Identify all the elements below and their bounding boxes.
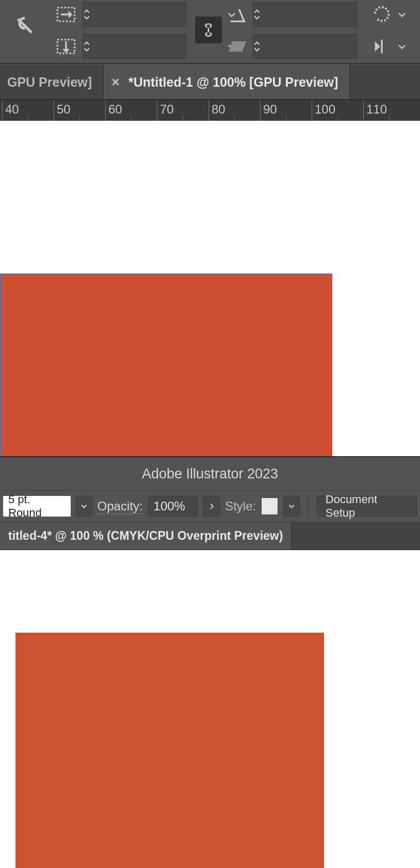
shear-stepper[interactable]: [253, 3, 261, 26]
close-tab-icon[interactable]: [111, 77, 120, 87]
width-input[interactable]: [83, 2, 187, 27]
divider: [308, 496, 309, 517]
skew-icon: [227, 36, 248, 57]
canvas-area-upper[interactable]: [0, 121, 420, 456]
opacity-popup-toggle[interactable]: [203, 496, 220, 517]
ruler-tick-label: 100: [315, 102, 335, 117]
brush-preset-dropdown[interactable]: [76, 496, 92, 517]
options-bar: 5 pt. Round Opacity: 100% Style: Documen…: [0, 490, 420, 522]
unlink-stroke-icon[interactable]: [14, 15, 35, 36]
app-title-bar: Adobe Illustrator 2023: [0, 456, 420, 490]
skew-stepper[interactable]: [253, 35, 261, 58]
tab-label: GPU Preview]: [7, 75, 92, 90]
artwork-rectangle[interactable]: [15, 633, 324, 868]
ruler-tick-label: 60: [108, 102, 122, 117]
tab-active-document-lower[interactable]: titled-4* @ 100 % (CMYK/CPU Overprint Pr…: [0, 522, 292, 550]
app-title: Adobe Illustrator 2023: [142, 466, 278, 482]
canvas-area-lower[interactable]: [0, 550, 420, 868]
brush-preset-field[interactable]: 5 pt. Round: [3, 496, 71, 517]
document-setup-label: Document Setup: [326, 493, 408, 520]
width-stepper[interactable]: [83, 3, 90, 26]
artwork-rectangle[interactable]: [0, 274, 332, 456]
height-indicator-icon: [56, 36, 76, 57]
ruler-tick-label: 80: [212, 102, 225, 117]
shear-input[interactable]: [253, 2, 357, 27]
document-setup-button[interactable]: Document Setup: [317, 496, 417, 517]
skew-dropdown[interactable]: [397, 35, 407, 58]
horizontal-ruler[interactable]: 40 50 60 70 80 90 100 110: [0, 100, 420, 121]
ruler-tick-label: 40: [5, 102, 19, 117]
flip-horizontal-icon[interactable]: [371, 36, 392, 57]
height-stepper[interactable]: [83, 35, 90, 58]
ruler-tick-label: 90: [263, 102, 277, 117]
width-indicator-icon: [56, 4, 76, 25]
shear-dropdown[interactable]: [397, 3, 407, 26]
opacity-value: 100%: [154, 499, 185, 513]
document-tab-bar-upper: GPU Preview] *Untitled-1 @ 100% [GPU Pre…: [0, 65, 420, 100]
height-input[interactable]: [83, 34, 187, 59]
brush-preset-label: 5 pt. Round: [8, 493, 66, 520]
tab-label: titled-4* @ 100 % (CMYK/CPU Overprint Pr…: [8, 529, 283, 543]
graphic-style-swatch[interactable]: [261, 497, 278, 515]
opacity-input[interactable]: 100%: [148, 496, 198, 517]
style-label: Style:: [225, 499, 256, 513]
reset-rotation-icon[interactable]: [371, 3, 392, 24]
shear-angle-icon: [227, 4, 248, 25]
tab-active-document[interactable]: *Untitled-1 @ 100% [GPU Preview]: [104, 65, 350, 99]
opacity-label[interactable]: Opacity:: [98, 499, 143, 514]
tab-label: *Untitled-1 @ 100% [GPU Preview]: [128, 75, 338, 90]
document-tab-bar-lower: titled-4* @ 100 % (CMYK/CPU Overprint Pr…: [0, 522, 420, 550]
link-dimensions-toggle[interactable]: [195, 17, 222, 43]
top-control-bar: [0, 0, 420, 64]
skew-input[interactable]: [253, 34, 357, 59]
graphic-style-dropdown[interactable]: [283, 496, 299, 517]
ruler-tick-label: 70: [160, 102, 174, 117]
ruler-tick-label: 50: [57, 102, 71, 117]
ruler-tick-label: 110: [366, 102, 387, 117]
tab-inactive-document[interactable]: GPU Preview]: [0, 65, 104, 99]
